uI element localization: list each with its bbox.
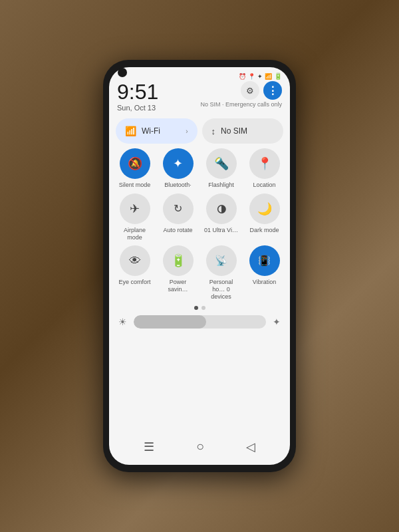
personal-hotspot-label: Personal ho… 0 devices (202, 279, 240, 300)
no-sim-tile[interactable]: ↕ No SIM (202, 118, 284, 144)
airplane-tile[interactable]: ✈ Airplane mode (116, 194, 154, 241)
spacer (109, 331, 290, 432)
status-bar: ⏰ 📍 ✦ 📶 🔋 (109, 67, 290, 81)
page-dots (109, 303, 290, 313)
eye-comfort-tile[interactable]: 👁 Eye comfort (116, 245, 154, 300)
bluetooth-label: Bluetooth· (164, 182, 192, 189)
location-status-icon: 📍 (248, 73, 255, 80)
flashlight-icon: 🔦 (206, 148, 237, 179)
menu-button[interactable]: ☰ (144, 440, 154, 454)
dark-icon: 🌙 (249, 194, 280, 224)
silent-label: Silent mode (119, 182, 151, 189)
battery-icon: 🔋 (274, 72, 282, 80)
power-save-icon: 🔋 (163, 245, 194, 276)
eye-comfort-icon: 👁 (120, 245, 150, 276)
date-display: Sun, Oct 13 (117, 104, 158, 112)
wifi-arrow: › (186, 128, 188, 135)
location-tile[interactable]: 📍 Location (245, 148, 283, 189)
flashlight-label: Flashlight (208, 182, 234, 189)
grid-row-1: 🔕 Silent mode ✦ Bluetooth· 🔦 Flashlight … (116, 148, 283, 189)
more-icon: ⋮ (267, 84, 278, 97)
airplane-icon: ✈ (120, 194, 150, 224)
ultra-label: 01 Ultra Vi… (204, 227, 238, 234)
back-button[interactable]: ◁ (246, 440, 255, 454)
brightness-row: ☀ ✦ (109, 313, 290, 331)
rotate-icon: ↻ (163, 194, 194, 224)
vibration-label: Vibration (253, 279, 276, 286)
rotate-label: Auto rotate (163, 227, 192, 234)
camera-hole (118, 68, 127, 77)
airplane-label: Airplane mode (116, 227, 154, 241)
dark-label: Dark mode (249, 227, 279, 234)
wide-tiles-row: 📶 Wi-Fi › ↕ No SIM (116, 118, 283, 144)
time-row: 9:51 Sun, Oct 13 ⚙ ⋮ No SIM · Emergency … (109, 81, 290, 116)
no-sim-label: No SIM (221, 126, 247, 136)
bottom-nav: ☰ ○ ◁ (109, 432, 290, 465)
bluetooth-tile[interactable]: ✦ Bluetooth· (159, 148, 197, 189)
more-button[interactable]: ⋮ (263, 81, 282, 100)
ultra-icon: ◑ (206, 194, 237, 224)
home-button[interactable]: ○ (196, 439, 204, 454)
time-display: 9:51 (117, 81, 158, 102)
wifi-label: Wi-Fi (142, 126, 160, 136)
power-save-label: Power savin… (159, 279, 197, 293)
no-sim-icon: ↕ (211, 126, 216, 136)
settings-button[interactable]: ⚙ (241, 81, 259, 100)
location-label: Location (253, 182, 275, 189)
no-sim-text: No SIM · Emergency calls only (200, 101, 282, 108)
top-right-area: ⚙ ⋮ No SIM · Emergency calls only (200, 81, 282, 108)
time-date: 9:51 Sun, Oct 13 (117, 81, 158, 112)
dark-tile[interactable]: 🌙 Dark mode (245, 194, 283, 241)
bluetooth-status-icon: ✦ (257, 73, 263, 80)
vibration-tile[interactable]: 📳 Vibration (245, 245, 283, 300)
brightness-low-icon: ☀ (118, 317, 127, 327)
rotate-tile[interactable]: ↻ Auto rotate (159, 194, 197, 241)
status-icons: ⏰ 📍 ✦ 📶 🔋 (239, 72, 282, 80)
alarm-icon: ⏰ (239, 73, 246, 80)
dot-1 (194, 306, 198, 310)
power-save-tile[interactable]: 🔋 Power savin… (159, 245, 197, 300)
vibration-icon: 📳 (249, 245, 280, 276)
location-icon: 📍 (249, 148, 280, 179)
wifi-icon: 📶 (125, 126, 136, 136)
personal-hotspot-icon: 📡 (206, 245, 237, 276)
flashlight-tile[interactable]: 🔦 Flashlight (202, 148, 240, 189)
brightness-fill (134, 315, 206, 329)
phone-frame: ⏰ 📍 ✦ 📶 🔋 9:51 Sun, Oct 13 ⚙ ⋮ (103, 60, 296, 472)
settings-icon: ⚙ (246, 86, 254, 96)
dot-2 (201, 306, 205, 310)
personal-hotspot-tile[interactable]: 📡 Personal ho… 0 devices (202, 245, 240, 300)
grid-row-3: 👁 Eye comfort 🔋 Power savin… 📡 Personal … (116, 245, 283, 300)
signal-icon: 📶 (265, 73, 272, 80)
quick-tiles: 📶 Wi-Fi › ↕ No SIM 🔕 Silent mode ✦ Bluet… (109, 116, 290, 303)
eye-comfort-label: Eye comfort (118, 279, 150, 286)
ultra-tile[interactable]: ◑ 01 Ultra Vi… (202, 194, 240, 241)
bluetooth-icon: ✦ (163, 148, 194, 179)
phone-screen: ⏰ 📍 ✦ 📶 🔋 9:51 Sun, Oct 13 ⚙ ⋮ (109, 67, 290, 465)
silent-icon: 🔕 (120, 148, 150, 179)
brightness-high-icon: ✦ (273, 317, 281, 327)
brightness-slider[interactable] (134, 315, 266, 329)
grid-row-2: ✈ Airplane mode ↻ Auto rotate ◑ 01 Ultra… (116, 194, 283, 241)
wifi-tile[interactable]: 📶 Wi-Fi › (116, 118, 198, 144)
silent-tile[interactable]: 🔕 Silent mode (116, 148, 154, 189)
